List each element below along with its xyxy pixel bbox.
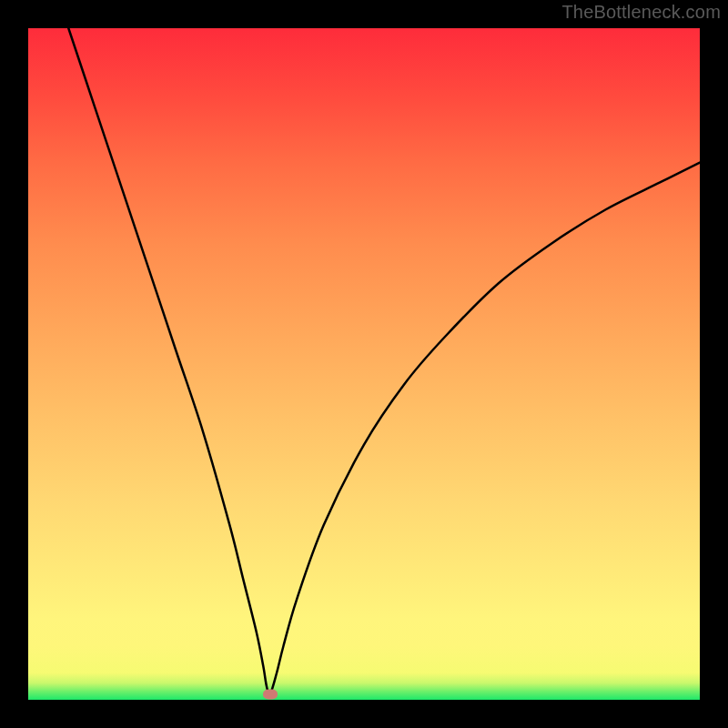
- chart-container: TheBottleneck.com: [0, 0, 728, 728]
- bottleneck-curve-path: [68, 28, 700, 695]
- min-point-marker: [263, 690, 278, 700]
- plot-area: [28, 28, 700, 700]
- watermark-text: TheBottleneck.com: [561, 2, 721, 23]
- curve-svg: [28, 28, 700, 700]
